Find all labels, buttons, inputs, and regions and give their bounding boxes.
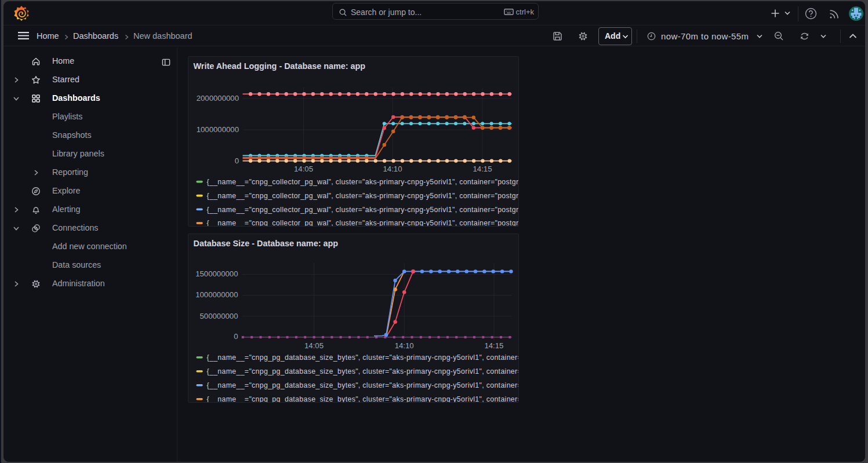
svg-text:14:15: 14:15 [484,341,503,350]
svg-text:14:10: 14:10 [383,165,402,173]
svg-text:14:15: 14:15 [473,165,492,173]
svg-text:{__name__="cnpg_pg_database_si: {__name__="cnpg_pg_database_size_bytes",… [206,395,518,402]
svg-text:{__name__="cnpg_pg_database_si: {__name__="cnpg_pg_database_size_bytes",… [206,353,518,362]
svg-text:14:05: 14:05 [293,165,313,173]
svg-text:{__name__="cnpg_collector_pg_w: {__name__="cnpg_collector_pg_wal", clust… [206,219,518,226]
svg-text:0: 0 [234,332,238,341]
svg-text:2000000000: 2000000000 [196,94,238,103]
svg-text:{__name__="cnpg_pg_database_si: {__name__="cnpg_pg_database_size_bytes",… [206,381,518,389]
svg-text:1000000000: 1000000000 [195,290,238,299]
svg-text:14:10: 14:10 [394,341,413,350]
svg-text:14:05: 14:05 [304,341,323,350]
svg-text:{__name__="cnpg_collector_pg_w: {__name__="cnpg_collector_pg_wal", clust… [206,206,518,214]
svg-text:{__name__="cnpg_collector_pg_w: {__name__="cnpg_collector_pg_wal", clust… [206,178,518,186]
svg-text:0: 0 [234,156,238,165]
svg-text:1500000000: 1500000000 [195,269,238,278]
svg-text:1000000000: 1000000000 [196,125,238,134]
svg-text:500000000: 500000000 [199,312,238,320]
svg-text:{__name__="cnpg_pg_database_si: {__name__="cnpg_pg_database_size_bytes",… [206,367,518,375]
svg-text:{__name__="cnpg_collector_pg_w: {__name__="cnpg_collector_pg_wal", clust… [206,192,518,200]
